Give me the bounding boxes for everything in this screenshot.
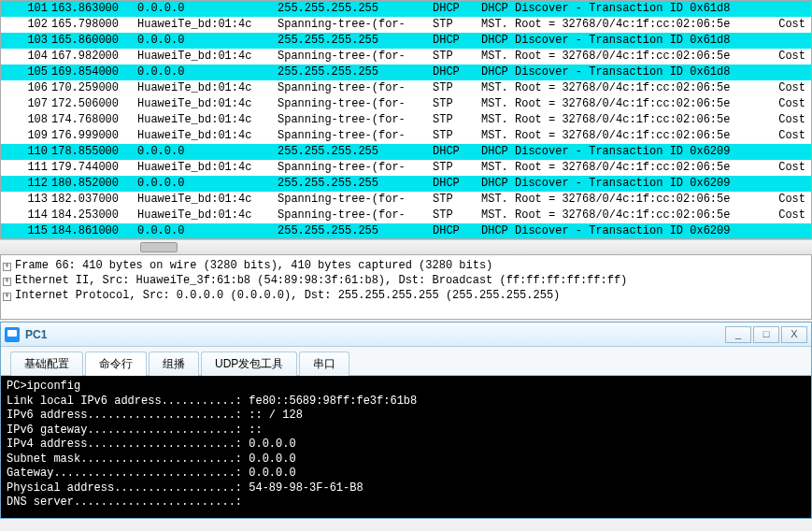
packet-list-hscrollbar[interactable] xyxy=(0,239,812,254)
col-destination: Spanning-tree-(for- xyxy=(278,192,433,208)
col-extra: Cost xyxy=(764,112,809,128)
col-info: MST. Root = 32768/0/4c:1f:cc:02:06:5e xyxy=(481,160,764,176)
tab-cli[interactable]: 命令行 xyxy=(85,352,147,376)
col-protocol: STP xyxy=(433,96,481,112)
packet-row[interactable]: 103165.8600000.0.0.0255.255.255.255DHCPD… xyxy=(1,33,811,49)
col-time: 176.999000 xyxy=(51,128,137,144)
detail-line: Internet Protocol, Src: 0.0.0.0 (0.0.0.0… xyxy=(15,289,560,302)
col-info: MST. Root = 32768/0/4c:1f:cc:02:06:5e xyxy=(481,128,764,144)
col-protocol: DHCP xyxy=(433,176,481,192)
col-destination: 255.255.255.255 xyxy=(278,176,433,192)
col-destination: 255.255.255.255 xyxy=(278,1,433,17)
col-info: MST. Root = 32768/0/4c:1f:cc:02:06:5e xyxy=(481,112,764,128)
close-button[interactable]: X xyxy=(781,326,807,343)
col-protocol: STP xyxy=(433,17,481,33)
packet-row[interactable]: 105169.8540000.0.0.0255.255.255.255DHCPD… xyxy=(1,65,811,80)
terminal-line: PC>ipconfig xyxy=(7,380,805,395)
packet-row[interactable]: 114184.253000HuaweiTe_bd:01:4cSpanning-t… xyxy=(1,208,811,223)
col-no: 114 xyxy=(3,208,51,223)
col-extra xyxy=(764,223,809,239)
col-no: 111 xyxy=(3,160,51,176)
maximize-button[interactable]: □ xyxy=(753,326,779,343)
col-source: 0.0.0.0 xyxy=(137,144,278,160)
col-no: 115 xyxy=(3,223,51,239)
packet-row[interactable]: 107172.506000HuaweiTe_bd:01:4cSpanning-t… xyxy=(1,96,811,112)
col-info: MST. Root = 32768/0/4c:1f:cc:02:06:5e xyxy=(481,208,764,223)
packet-row[interactable]: 113182.037000HuaweiTe_bd:01:4cSpanning-t… xyxy=(1,192,811,208)
packet-row[interactable]: 108174.768000HuaweiTe_bd:01:4cSpanning-t… xyxy=(1,112,811,128)
col-extra: Cost xyxy=(764,128,809,144)
col-extra xyxy=(764,176,809,192)
col-destination: Spanning-tree-(for- xyxy=(278,112,433,128)
packet-row[interactable]: 106170.259000HuaweiTe_bd:01:4cSpanning-t… xyxy=(1,80,811,96)
col-info: DHCP Discover - Transaction ID 0x61d8 xyxy=(481,65,764,80)
col-no: 113 xyxy=(3,192,51,208)
terminal[interactable]: PC>ipconfig Link local IPv6 address.....… xyxy=(1,376,811,518)
packet-row[interactable]: 115184.8610000.0.0.0255.255.255.255DHCPD… xyxy=(1,223,811,239)
col-info: DHCP Discover - Transaction ID 0x61d8 xyxy=(481,1,764,17)
packet-list[interactable]: 101163.8630000.0.0.0255.255.255.255DHCPD… xyxy=(0,0,812,239)
col-destination: Spanning-tree-(for- xyxy=(278,128,433,144)
col-no: 106 xyxy=(3,80,51,96)
packet-row[interactable]: 101163.8630000.0.0.0255.255.255.255DHCPD… xyxy=(1,1,811,17)
packet-row[interactable]: 109176.999000HuaweiTe_bd:01:4cSpanning-t… xyxy=(1,128,811,144)
terminal-line: IPv6 gateway......................: :: xyxy=(7,423,805,438)
col-time: 163.863000 xyxy=(51,1,137,17)
col-time: 178.855000 xyxy=(51,144,137,160)
expand-icon[interactable]: + xyxy=(3,278,11,286)
col-protocol: STP xyxy=(433,192,481,208)
col-time: 169.854000 xyxy=(51,65,137,80)
col-time: 174.768000 xyxy=(51,112,137,128)
col-destination: Spanning-tree-(for- xyxy=(278,49,433,65)
col-extra: Cost xyxy=(764,49,809,65)
col-destination: 255.255.255.255 xyxy=(278,33,433,49)
col-extra xyxy=(764,33,809,49)
col-no: 108 xyxy=(3,112,51,128)
tab-multicast[interactable]: 组播 xyxy=(149,352,199,376)
packet-row[interactable]: 112180.8520000.0.0.0255.255.255.255DHCPD… xyxy=(1,176,811,192)
col-extra: Cost xyxy=(764,17,809,33)
col-protocol: DHCP xyxy=(433,33,481,49)
col-no: 103 xyxy=(3,33,51,49)
col-extra xyxy=(764,65,809,80)
col-extra xyxy=(764,144,809,160)
col-extra: Cost xyxy=(764,192,809,208)
terminal-line: Physical address..................: 54-8… xyxy=(7,481,805,496)
col-destination: 255.255.255.255 xyxy=(278,223,433,239)
col-time: 182.037000 xyxy=(51,192,137,208)
tab-basic[interactable]: 基础配置 xyxy=(10,352,83,376)
col-no: 109 xyxy=(3,128,51,144)
packet-row[interactable]: 102165.798000HuaweiTe_bd:01:4cSpanning-t… xyxy=(1,17,811,33)
tab-udp-tool[interactable]: UDP发包工具 xyxy=(201,352,297,376)
col-no: 101 xyxy=(3,1,51,17)
col-source: HuaweiTe_bd:01:4c xyxy=(137,160,278,176)
col-no: 112 xyxy=(3,176,51,192)
terminal-line: Link local IPv6 address...........: fe80… xyxy=(7,395,805,409)
terminal-line: Subnet mask.......................: 0.0.… xyxy=(7,452,805,467)
tab-serial[interactable]: 串口 xyxy=(299,352,349,376)
scrollbar-thumb[interactable] xyxy=(140,242,178,252)
col-no: 105 xyxy=(3,65,51,80)
expand-icon[interactable]: + xyxy=(3,293,11,301)
col-no: 104 xyxy=(3,49,51,65)
col-info: MST. Root = 32768/0/4c:1f:cc:02:06:5e xyxy=(481,17,764,33)
col-time: 184.253000 xyxy=(51,208,137,223)
col-info: DHCP Discover - Transaction ID 0x6209 xyxy=(481,223,764,239)
minimize-button[interactable]: _ xyxy=(725,326,751,343)
titlebar[interactable]: PC1 _ □ X xyxy=(1,323,811,347)
col-no: 107 xyxy=(3,96,51,112)
packet-row[interactable]: 110178.8550000.0.0.0255.255.255.255DHCPD… xyxy=(1,144,811,160)
col-source: HuaweiTe_bd:01:4c xyxy=(137,208,278,223)
col-source: HuaweiTe_bd:01:4c xyxy=(137,128,278,144)
packet-details-pane[interactable]: +Frame 66: 410 bytes on wire (3280 bits)… xyxy=(0,254,812,320)
col-source: HuaweiTe_bd:01:4c xyxy=(137,192,278,208)
col-protocol: DHCP xyxy=(433,65,481,80)
col-time: 165.798000 xyxy=(51,17,137,33)
col-extra xyxy=(764,1,809,17)
packet-row[interactable]: 104167.982000HuaweiTe_bd:01:4cSpanning-t… xyxy=(1,49,811,65)
col-protocol: STP xyxy=(433,160,481,176)
col-source: HuaweiTe_bd:01:4c xyxy=(137,112,278,128)
expand-icon[interactable]: + xyxy=(3,263,11,271)
packet-row[interactable]: 111179.744000HuaweiTe_bd:01:4cSpanning-t… xyxy=(1,160,811,176)
col-source: 0.0.0.0 xyxy=(137,33,278,49)
